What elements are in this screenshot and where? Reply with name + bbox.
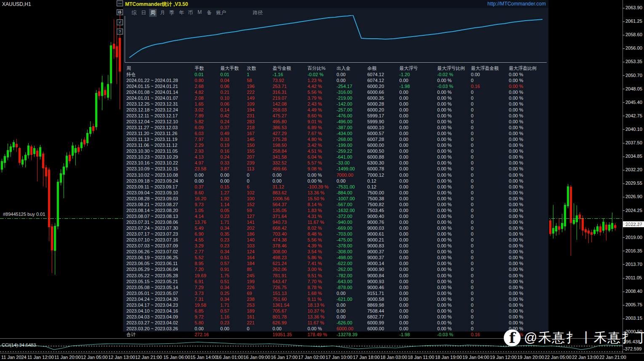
table-cell: 703.40 xyxy=(273,231,287,237)
table-cell: 3.42 % xyxy=(307,142,322,148)
table-cell: 2023.11.27 ~ 2023.12.03 xyxy=(126,125,178,130)
table-cell: 0 xyxy=(471,196,473,202)
panel-titlebar[interactable]: MTCommander统计 ,V3.50 http://MTCommander.… xyxy=(123,0,548,8)
table-cell: 2023.07.31 ~ 2023.08.06 xyxy=(126,219,178,225)
table-cell: 1.65 xyxy=(195,101,203,107)
menu-item-M[interactable]: M xyxy=(196,9,203,16)
table-cell: 9000.58 xyxy=(367,296,384,302)
move-button[interactable]: 移 xyxy=(117,9,123,15)
table-cell: 2023.09.18 ~ 2023.09.24 xyxy=(126,178,178,184)
table-cell: 2023.09.04 ~ 2023.09.10 xyxy=(126,190,178,196)
table-cell: 0 xyxy=(471,266,473,272)
table-cell: 0.00 % xyxy=(509,190,523,196)
panel-website-link[interactable]: http://MTCommander.com xyxy=(487,1,546,7)
table-cell: 0.00 xyxy=(399,207,408,213)
table-cell: 6074.12 xyxy=(367,72,384,77)
table-cell: 0.00 % xyxy=(509,213,523,219)
table-cell: -476.00 xyxy=(337,113,352,119)
table-cell: 189 xyxy=(247,308,254,314)
table-cell: -475.00 xyxy=(337,237,352,243)
table-cell: 149 xyxy=(247,95,254,101)
table-row: 2023.12.25 ~ 2023.12.311.650.06109142.08… xyxy=(123,101,548,107)
candle-body xyxy=(89,127,91,134)
table-cell: 8.48 % xyxy=(307,231,322,237)
table-cell: 0.00 xyxy=(399,237,408,243)
table-cell: 2.29 xyxy=(195,142,203,148)
table-row: 2023.05.22 ~ 2023.05.2819.691.75245781.9… xyxy=(123,273,548,279)
table-cell: 0.00 % xyxy=(509,125,523,130)
candle-body xyxy=(567,186,569,206)
table-cell: 9000.40 xyxy=(367,213,384,219)
time-tick: 15 Jan 06:00 xyxy=(163,355,190,360)
table-cell: 7000.12 xyxy=(367,172,384,178)
table-cell: 9000.93 xyxy=(367,279,384,284)
table-cell: 0.00 % xyxy=(509,237,523,243)
table-cell: 11.67 % xyxy=(307,219,324,225)
table-cell: 0.00 % xyxy=(509,95,523,101)
table-cell: 4.51 % xyxy=(307,148,322,154)
table-row: 2023.10.30 ~ 2023.11.052.930.16155258.84… xyxy=(123,148,548,154)
time-tick: 11 Jan 2024 xyxy=(1,355,27,360)
table-row: 2023.10.16 ~ 2023.10.224.970.33239332.52… xyxy=(123,160,548,166)
table-cell: 0.00 xyxy=(399,296,408,302)
table-cell: 2.68 xyxy=(195,83,203,89)
table-cell: 499.66 xyxy=(273,166,287,172)
apply-button[interactable]: √ xyxy=(117,19,123,25)
table-cell: 262.06 xyxy=(273,266,287,272)
table-cell: 0.91 xyxy=(220,266,229,272)
candle-body xyxy=(75,148,77,153)
table-cell: 2023.07.17 ~ 2023.07.23 xyxy=(126,231,178,237)
table-cell: -567.00 xyxy=(337,202,352,207)
time-tick: 19 Jan 04:00 xyxy=(462,355,489,360)
candle-body xyxy=(92,126,94,131)
table-cell: 31.12 xyxy=(273,184,284,190)
time-tick: 17 Jan 18:00 xyxy=(353,355,380,360)
table-cell: 9000.76 xyxy=(367,219,384,225)
table-cell: -316.00 xyxy=(337,89,352,95)
column-header: 出入金 xyxy=(337,65,350,72)
minimize-button[interactable]: — xyxy=(117,0,123,6)
table-cell: 0.12 xyxy=(367,184,376,190)
table-cell: 0 xyxy=(471,125,473,130)
table-cell: 0.00 % xyxy=(509,308,523,314)
help-button[interactable]: ? xyxy=(117,29,123,35)
table-cell: 9.73 xyxy=(195,202,203,207)
table-cell: 0 xyxy=(471,101,473,107)
time-tick: 19 Jan 12:00 xyxy=(490,355,517,360)
table-cell: 0 xyxy=(471,119,473,125)
table-cell: 0.00 % xyxy=(437,255,452,260)
table-cell: 0.00 % xyxy=(437,107,452,113)
table-cell: 258.84 xyxy=(273,148,287,154)
table-cell: -1007.00 xyxy=(337,196,355,202)
table-cell: 6.90 xyxy=(195,231,203,237)
table-cell: 9.11 % xyxy=(307,296,321,302)
time-axis[interactable]: 11 Jan 202411 Jan 12:0011 Jan 20:0012 Ja… xyxy=(0,353,644,361)
table-cell: 4.42 % xyxy=(307,83,322,89)
table-cell: 0.00 % xyxy=(437,154,452,160)
table-cell: 0.00 % xyxy=(437,326,452,332)
table-cell: 0.00 % xyxy=(509,172,523,178)
table-row: 2023.07.03 ~ 2023.07.093.290.23103378.46… xyxy=(123,243,548,249)
table-cell: 0.00 % xyxy=(509,320,523,326)
table-cell: 726.75 xyxy=(273,284,287,290)
table-cell: 0.51 xyxy=(220,255,229,260)
table-cell: 0.24 xyxy=(220,119,229,125)
price-axis[interactable]: 2022.37 196.438 -372.599 2063.902061.252… xyxy=(623,0,644,361)
table-cell: -254.17 xyxy=(337,83,352,89)
table-row: 持仓0.010.011-1.16-0.02 %0.006074.12-1.20-… xyxy=(123,72,548,77)
table-cell: 0.00 % xyxy=(509,107,523,113)
table-cell: 0 xyxy=(471,77,473,83)
table-row: 2023.06.19 ~ 2023.06.255.520.51164498.23… xyxy=(123,255,548,260)
table-cell: 2023.04.17 ~ 2023.04.23 xyxy=(126,302,178,308)
table-cell: 0 xyxy=(471,320,473,326)
table-cell: 2023.10.09 ~ 2023.10.15 xyxy=(126,166,178,172)
table-cell: -257.00 xyxy=(337,107,352,113)
table-cell: 11.67 % xyxy=(307,320,324,326)
table-cell: 5.80 xyxy=(195,320,203,326)
candle-body xyxy=(608,225,610,231)
table-cell: 0.00 xyxy=(399,119,408,125)
table-cell: -621.00 xyxy=(337,296,352,302)
candle-body xyxy=(585,229,587,232)
table-cell: 0.33 xyxy=(220,136,229,142)
table-cell: 2023.04.24 ~ 2023.04.30 xyxy=(126,296,178,302)
